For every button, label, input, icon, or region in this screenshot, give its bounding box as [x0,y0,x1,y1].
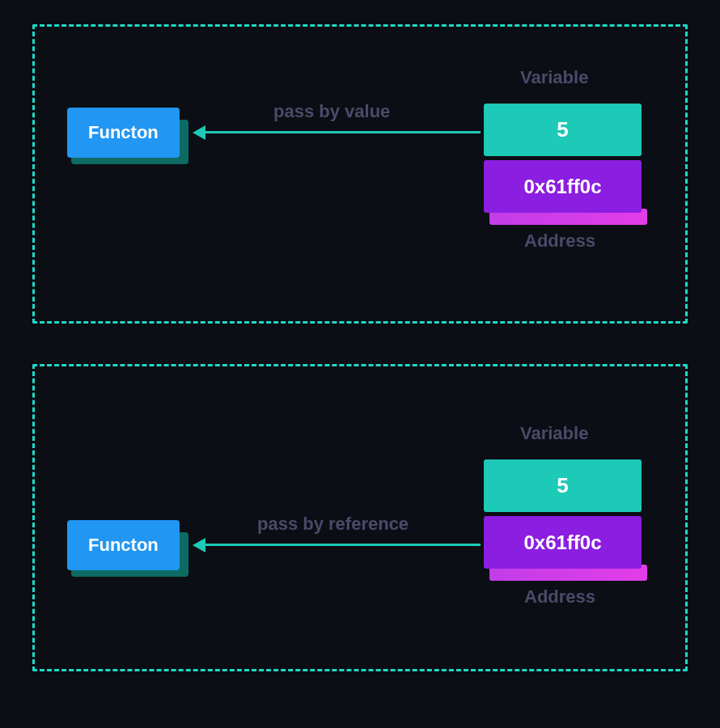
function-label: Functon [88,122,159,142]
address-box: 0x61ff0c [484,160,642,213]
arrow-label: pass by value [273,101,390,122]
arrow-head-icon [193,125,205,140]
arrow-line [205,131,481,133]
address-text: 0x61ff0c [523,531,601,554]
arrow-head-icon [193,538,205,552]
function-label: Functon [88,535,159,555]
value-box: 5 [484,104,642,156]
function-box: Functon [67,108,180,158]
value-text: 5 [557,473,568,498]
function-box: Functon [67,520,180,570]
pass-by-value-panel: Functon pass by value Variable 5 0x61ff0… [32,24,688,324]
value-box: 5 [484,459,642,512]
address-label: Address [524,231,595,252]
pass-by-reference-panel: Variable 5 Functon pass by reference 0x6… [32,364,688,671]
address-label: Address [524,586,595,607]
variable-label: Variable [520,423,588,444]
arrow-line [205,544,481,546]
value-text: 5 [557,117,568,142]
variable-label: Variable [520,67,588,88]
address-text: 0x61ff0c [523,176,601,198]
address-box: 0x61ff0c [484,516,642,569]
arrow-label: pass by reference [257,514,409,535]
